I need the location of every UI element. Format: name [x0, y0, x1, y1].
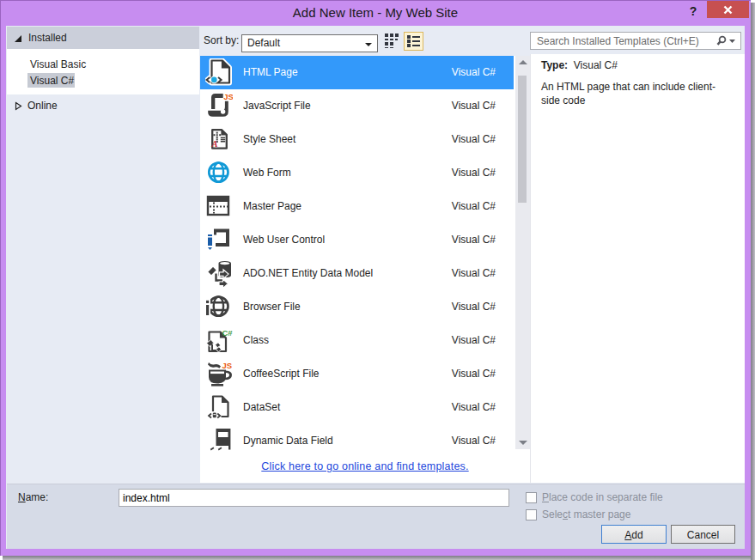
svg-text:JS: JS — [222, 361, 233, 370]
svg-text:C#: C# — [222, 328, 234, 338]
svg-text:A: A — [210, 138, 217, 149]
svg-text:JS: JS — [223, 92, 233, 101]
